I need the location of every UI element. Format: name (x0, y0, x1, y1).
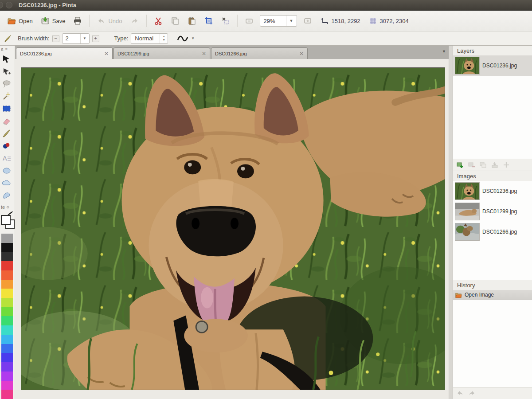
panel-splitter[interactable] (449, 46, 453, 399)
copy-button[interactable] (167, 14, 183, 27)
toolbar-separator (146, 15, 147, 27)
palette-color[interactable] (1, 381, 13, 390)
blend-type-stepper[interactable]: ▲▼ (160, 34, 168, 43)
layers-list: DSC01236.jpg (453, 55, 532, 159)
cut-button[interactable] (150, 14, 166, 27)
redo-button[interactable] (127, 14, 143, 27)
history-redo-button[interactable] (468, 390, 475, 397)
tab-overflow-arrow[interactable]: ▼ (442, 49, 446, 54)
open-button[interactable]: Open (4, 14, 36, 27)
zoom-fit-button[interactable] (300, 14, 316, 27)
palette-color[interactable] (1, 353, 13, 362)
line-style-icon[interactable] (177, 35, 188, 43)
palette-color[interactable] (1, 252, 13, 261)
image-row[interactable]: DSC01236.jpg (453, 181, 532, 201)
image-size-indicator: 3072, 2304 (368, 16, 409, 25)
brush-width-decrease-button[interactable]: − (52, 35, 59, 42)
history-panel: History Open Image (453, 280, 532, 399)
image-row[interactable]: DSC01299.jpg (453, 201, 532, 222)
paste-button[interactable] (184, 14, 200, 27)
tab-close-icon[interactable]: ✕ (299, 51, 304, 57)
primary-color-swatch[interactable] (1, 215, 11, 225)
brush-width-increase-button[interactable]: + (92, 35, 99, 42)
tab-close-icon[interactable]: ✕ (104, 51, 109, 57)
move-arrow-icon (2, 66, 12, 76)
tab-dsc01236[interactable]: DSC01236.jpg ✕ (16, 47, 113, 59)
zoom-out-button[interactable] (241, 14, 257, 27)
tab-dsc01299[interactable]: DSC01299.jpg ✕ (113, 47, 210, 59)
eraser-icon (2, 116, 12, 126)
palette-color[interactable] (1, 362, 13, 372)
image-row[interactable]: DSC01266.jpg (453, 222, 532, 242)
images-panel: Images (453, 171, 532, 280)
blend-type-select[interactable]: Normal ▲▼ (131, 33, 168, 44)
history-undo-button[interactable] (457, 390, 464, 397)
crop-to-selection-button[interactable] (201, 14, 217, 27)
tool-magic-wand[interactable] (0, 90, 15, 102)
deselect-button[interactable] (218, 14, 234, 27)
photo-canvas[interactable] (21, 67, 445, 390)
tool-lasso-select[interactable] (0, 78, 15, 90)
palette-color[interactable] (1, 390, 13, 399)
tool-eraser[interactable] (0, 115, 15, 127)
merge-layer-down-button[interactable] (491, 161, 498, 168)
brush-width-dropdown-arrow[interactable]: ▼ (80, 34, 89, 43)
zoom-dropdown-arrow[interactable]: ▼ (286, 16, 297, 26)
content-row: s ≡ (0, 46, 532, 399)
palette-color[interactable] (1, 372, 13, 381)
layer-row[interactable]: DSC01236.jpg (453, 55, 532, 76)
window-minimize-button[interactable] (6, 2, 12, 8)
zoom-fit-icon (303, 16, 312, 25)
tool-paintbrush[interactable] (0, 127, 15, 140)
history-row-open-image[interactable]: Open Image (453, 290, 532, 300)
brush-width-spinner[interactable]: 2 ▼ (62, 33, 90, 44)
undo-button[interactable]: Undo (93, 14, 125, 27)
palette-color[interactable] (1, 234, 13, 243)
tool-freeform-shape[interactable] (0, 189, 15, 202)
zoom-out-icon (245, 16, 254, 25)
tool-color-picker[interactable] (0, 140, 15, 152)
tool-cloud-shape[interactable] (0, 177, 15, 189)
tab-close-icon[interactable]: ✕ (202, 51, 206, 57)
tab-dsc01266[interactable]: DSC01266.jpg ✕ (211, 47, 308, 59)
line-style-dropdown-arrow[interactable]: ▼ (191, 36, 195, 40)
palette-color[interactable] (1, 307, 13, 317)
palette-color[interactable] (1, 261, 13, 270)
palette-color[interactable] (1, 280, 13, 289)
move-selection-arrow-icon (2, 54, 12, 64)
palette-color[interactable] (1, 289, 13, 298)
palette-color[interactable] (1, 270, 13, 280)
layers-panel: Layers (453, 46, 532, 171)
panel-menu-icon[interactable]: ≡ (5, 47, 8, 51)
zoom-combobox[interactable]: 29% ▼ (260, 15, 297, 27)
svg-text:A: A (3, 155, 7, 162)
layer-properties-button[interactable] (503, 161, 510, 168)
palette-color[interactable] (1, 325, 13, 335)
cursor-position-indicator: 1518, 2292 (320, 16, 360, 25)
rectangle-select-icon (2, 104, 12, 113)
tool-rectangle-select[interactable] (0, 102, 15, 115)
image-thumbnail-dsc01236 (455, 183, 479, 200)
window-close-button[interactable] (0, 2, 3, 8)
delete-layer-button[interactable] (468, 161, 475, 168)
palette-color[interactable] (1, 316, 13, 325)
canvas-area[interactable] (15, 59, 449, 399)
palette-menu-icon[interactable]: ⊙ (6, 205, 9, 209)
tools-panel-header: s ≡ (0, 46, 15, 53)
palette-color[interactable] (1, 243, 13, 252)
palette-color[interactable] (1, 298, 13, 307)
color-palette (1, 234, 13, 399)
palette-label-cutoff: te (1, 204, 5, 210)
image-name: DSC01299.jpg (482, 208, 517, 215)
duplicate-layer-button[interactable] (480, 161, 487, 168)
palette-color[interactable] (1, 344, 13, 353)
palette-color[interactable] (1, 335, 13, 344)
tool-move-selected[interactable] (0, 65, 15, 78)
add-layer-button[interactable] (457, 161, 464, 168)
tool-shapes[interactable] (0, 164, 15, 177)
tool-text[interactable]: A (0, 152, 15, 164)
save-button[interactable]: Save (37, 14, 69, 27)
layer-thumbnail (455, 57, 480, 74)
print-button[interactable] (70, 14, 86, 27)
tool-move-selection[interactable] (0, 53, 15, 65)
